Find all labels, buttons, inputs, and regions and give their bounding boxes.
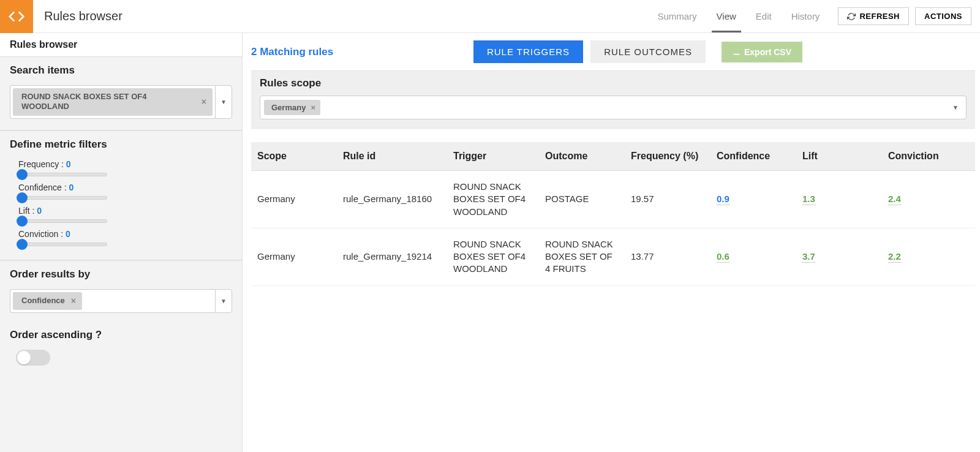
col-conviction[interactable]: Conviction xyxy=(882,142,975,171)
page-title: Rules browser xyxy=(44,9,123,23)
slider-frequency-label: Frequency : 0 xyxy=(18,159,232,169)
slider-thumb[interactable] xyxy=(17,169,28,180)
search-chip-label: ROUND SNACK BOXES SET OF4 WOODLAND xyxy=(21,92,195,112)
search-caret[interactable]: ▼ xyxy=(215,85,232,119)
main-top: 2 Matching rules RULE TRIGGERS RULE OUTC… xyxy=(251,40,975,63)
order-select[interactable]: Confidence × ▼ xyxy=(10,289,232,314)
col-confidence[interactable]: Confidence xyxy=(710,142,796,171)
search-section: Search items ROUND SNACK BOXES SET OF4 W… xyxy=(0,57,242,131)
cell-lift: 3.7 xyxy=(796,228,882,285)
search-chip: ROUND SNACK BOXES SET OF4 WOODLAND × xyxy=(13,88,213,116)
actions-button[interactable]: ACTIONS xyxy=(915,7,971,25)
order-caret[interactable]: ▼ xyxy=(215,289,232,314)
cell-conviction: 2.4 xyxy=(882,171,975,228)
main: 2 Matching rules RULE TRIGGERS RULE OUTC… xyxy=(243,33,980,452)
slider-frequency: Frequency : 0 xyxy=(10,159,232,176)
slider-thumb[interactable] xyxy=(17,216,28,227)
search-heading: Search items xyxy=(10,64,232,77)
app-logo xyxy=(0,0,33,33)
scope-caret[interactable]: ▼ xyxy=(949,104,962,111)
col-outcome[interactable]: Outcome xyxy=(539,142,625,171)
slider-conviction-track[interactable] xyxy=(18,243,107,246)
cell-trigger: ROUND SNACK BOXES SET OF4 WOODLAND xyxy=(447,171,539,228)
tab-rule-triggers[interactable]: RULE TRIGGERS xyxy=(473,40,583,63)
cell-frequency: 13.77 xyxy=(625,228,710,285)
cell-confidence: 0.9 xyxy=(710,171,796,228)
filters-section: Define metric filters Frequency : 0 Conf… xyxy=(0,131,242,261)
refresh-icon xyxy=(847,12,856,21)
top-header: Rules browser Summary View Edit History … xyxy=(0,0,980,33)
order-tag-box[interactable]: Confidence × xyxy=(10,289,215,314)
tab-history[interactable]: History xyxy=(790,0,821,32)
cell-scope: Germany xyxy=(251,228,337,285)
cell-lift: 1.3 xyxy=(796,171,882,228)
table-header-row: Scope Rule id Trigger Outcome Frequency … xyxy=(251,142,975,171)
search-tag-box[interactable]: ROUND SNACK BOXES SET OF4 WOODLAND × xyxy=(10,85,215,119)
rules-table: Scope Rule id Trigger Outcome Frequency … xyxy=(251,142,975,286)
top-tabs: Summary View Edit History REFRESH ACTION… xyxy=(656,0,980,32)
tab-rule-outcomes[interactable]: RULE OUTCOMES xyxy=(590,40,706,63)
slider-confidence-label: Confidence : 0 xyxy=(18,183,232,192)
cell-rule-id: rule_Germany_18160 xyxy=(337,171,447,228)
tab-edit[interactable]: Edit xyxy=(755,0,773,32)
scope-chip-label: Germany xyxy=(271,103,306,112)
cell-trigger: ROUND SNACK BOXES SET OF4 WOODLAND xyxy=(447,228,539,285)
code-icon xyxy=(7,7,26,26)
slider-conviction-label: Conviction : 0 xyxy=(18,229,232,239)
col-lift[interactable]: Lift xyxy=(796,142,882,171)
sidebar: Rules browser Search items ROUND SNACK B… xyxy=(0,33,243,452)
filters-heading: Define metric filters xyxy=(10,138,232,151)
table-row: Germanyrule_Germany_19214ROUND SNACK BOX… xyxy=(251,228,975,285)
slider-thumb[interactable] xyxy=(17,239,28,250)
remove-chip-icon[interactable]: × xyxy=(71,296,76,307)
slider-confidence-track[interactable] xyxy=(18,196,107,200)
sidebar-tab[interactable]: Rules browser xyxy=(0,33,242,57)
cell-frequency: 19.57 xyxy=(625,171,710,228)
export-csv-button[interactable]: Export CSV xyxy=(722,42,802,62)
layout: Rules browser Search items ROUND SNACK B… xyxy=(0,33,980,452)
slider-conviction: Conviction : 0 xyxy=(10,229,232,246)
order-chip: Confidence × xyxy=(13,292,82,311)
slider-lift-track[interactable] xyxy=(18,219,107,223)
col-rule-id[interactable]: Rule id xyxy=(337,142,447,171)
slider-confidence: Confidence : 0 xyxy=(10,183,232,200)
slider-thumb[interactable] xyxy=(17,192,28,203)
scope-select[interactable]: Germany × ▼ xyxy=(260,96,967,119)
col-scope[interactable]: Scope xyxy=(251,142,337,171)
cell-rule-id: rule_Germany_19214 xyxy=(337,228,447,285)
slider-lift-label: Lift : 0 xyxy=(18,206,232,216)
tab-summary[interactable]: Summary xyxy=(656,0,698,32)
remove-chip-icon[interactable]: × xyxy=(202,97,206,108)
col-frequency[interactable]: Frequency (%) xyxy=(625,142,710,171)
export-label: Export CSV xyxy=(744,47,791,57)
matching-count: 2 Matching rules xyxy=(251,46,333,58)
scope-bar: Rules scope Germany × ▼ xyxy=(251,70,975,129)
cell-confidence: 0.6 xyxy=(710,228,796,285)
col-trigger[interactable]: Trigger xyxy=(447,142,539,171)
download-icon xyxy=(733,48,741,56)
ascending-heading: Order ascending ? xyxy=(10,329,232,341)
order-chip-label: Confidence xyxy=(21,296,65,306)
table-row: Germanyrule_Germany_18160ROUND SNACK BOX… xyxy=(251,171,975,228)
tab-view[interactable]: View xyxy=(715,0,737,32)
order-section: Order results by Confidence × ▼ Order as… xyxy=(0,261,242,453)
ascending-toggle[interactable] xyxy=(16,350,50,366)
remove-chip-icon[interactable]: × xyxy=(311,103,315,112)
actions-label: ACTIONS xyxy=(924,12,962,21)
cell-conviction: 2.2 xyxy=(882,228,975,285)
cell-outcome: ROUND SNACK BOXES SET OF 4 FRUITS xyxy=(539,228,625,285)
scope-chip: Germany × xyxy=(264,100,320,115)
slider-lift: Lift : 0 xyxy=(10,206,232,223)
refresh-button[interactable]: REFRESH xyxy=(838,7,909,25)
refresh-label: REFRESH xyxy=(859,12,900,21)
scope-title: Rules scope xyxy=(260,77,967,89)
slider-frequency-track[interactable] xyxy=(18,173,107,176)
toggle-knob xyxy=(17,351,31,364)
order-heading: Order results by xyxy=(10,268,232,281)
top-buttons: REFRESH ACTIONS xyxy=(838,7,971,25)
search-select[interactable]: ROUND SNACK BOXES SET OF4 WOODLAND × ▼ xyxy=(10,85,232,119)
cell-scope: Germany xyxy=(251,171,337,228)
cell-outcome: POSTAGE xyxy=(539,171,625,228)
